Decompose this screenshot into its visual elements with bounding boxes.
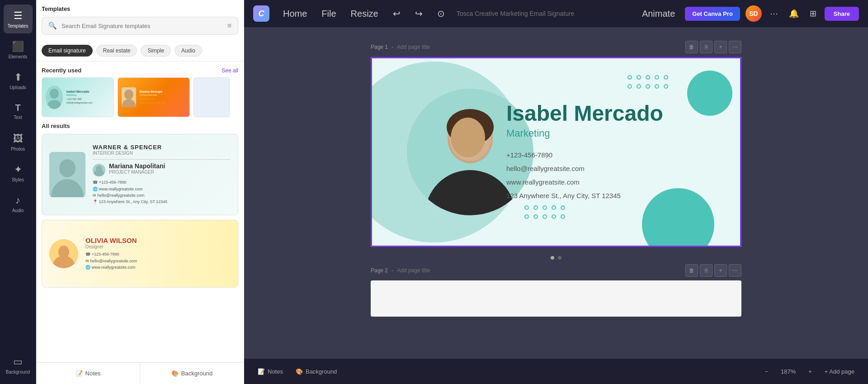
tpl2-name: OLIVIA WILSON bbox=[85, 237, 231, 244]
template-card-1[interactable]: WARNER & SPENCER INTERIOR DESIGN Mariana… bbox=[42, 134, 238, 215]
sig-text-content: Isabel Mercado Marketing +123-456-7890 h… bbox=[506, 102, 705, 203]
panel-btn-audio[interactable]: ♪ Audio bbox=[4, 189, 33, 218]
page2-title-input[interactable] bbox=[397, 267, 456, 274]
template-2-photo bbox=[49, 239, 78, 268]
panel-btn-uploads-label: Uploads bbox=[9, 85, 26, 90]
search-input[interactable] bbox=[61, 23, 223, 29]
share-options-button[interactable]: ⋯ bbox=[767, 6, 781, 21]
search-container: 🔍 ≡ bbox=[42, 17, 238, 35]
templates-icon: ☰ bbox=[14, 10, 23, 22]
resize-button[interactable]: Resize bbox=[346, 6, 383, 22]
email-signature-card: Isabel Mercado Marketing +123-456-7890 h… bbox=[371, 57, 741, 247]
background-button[interactable]: 🎨 Background bbox=[140, 363, 244, 384]
background-bottom-icon: 🎨 bbox=[296, 368, 303, 375]
get-pro-button[interactable]: Get Canva Pro bbox=[685, 7, 740, 21]
restore-button[interactable]: ⊙ bbox=[433, 5, 449, 22]
panel-btn-styles-label: Styles bbox=[12, 177, 24, 182]
panel-btn-templates[interactable]: ☰ Templates bbox=[4, 5, 33, 33]
main-area: C Home File Resize ↩ ↪ ⊙ Tosca Creative … bbox=[244, 0, 868, 384]
background-icon: ▭ bbox=[13, 356, 23, 368]
recent-card-3[interactable] bbox=[193, 77, 230, 117]
sidebar-bottom-bar: 📝 Notes 🎨 Background bbox=[36, 362, 244, 384]
zoom-in-button[interactable]: + bbox=[804, 365, 816, 378]
panel-btn-photos-label: Photos bbox=[11, 147, 25, 152]
canvas-page-2[interactable] bbox=[371, 280, 741, 317]
left-icon-panel: ☰ Templates ⬛ Elements ⬆ Uploads T Text … bbox=[0, 0, 36, 384]
panel-btn-templates-label: Templates bbox=[8, 24, 28, 28]
header-bar: C Home File Resize ↩ ↪ ⊙ Tosca Creative … bbox=[244, 0, 868, 27]
page1-delete-button[interactable]: 🗑 bbox=[685, 41, 698, 53]
sidebar-panel: Templates 🔍 ≡ Email signature Real estat… bbox=[36, 0, 244, 384]
svg-point-0 bbox=[50, 89, 59, 99]
svg-point-1 bbox=[46, 100, 62, 109]
bottom-right: − 187% + + Add page bbox=[760, 365, 859, 378]
page2-label: Page 2 bbox=[371, 267, 388, 274]
sig-name: Isabel Mercado bbox=[506, 102, 705, 126]
panel-btn-uploads[interactable]: ⬆ Uploads bbox=[4, 66, 33, 95]
filter-simple[interactable]: Simple bbox=[141, 45, 171, 57]
page2-add-button[interactable]: + bbox=[714, 264, 727, 277]
file-button[interactable]: File bbox=[317, 6, 340, 22]
recently-used-title: Recently used bbox=[42, 67, 81, 74]
notes-bottom-icon: 📝 bbox=[258, 368, 265, 375]
filter-email-signature[interactable]: Email signature bbox=[42, 45, 93, 57]
add-page-button[interactable]: + Add page bbox=[820, 365, 859, 378]
all-results-section: All results WARNER & SPENCER bbox=[36, 123, 244, 288]
filter-real-estate[interactable]: Real estate bbox=[96, 45, 137, 57]
sig-phone: +123-456-7890 bbox=[506, 148, 705, 161]
page1-more-button[interactable]: ⋯ bbox=[729, 41, 741, 53]
recent-card-2[interactable]: Donna Stroupe General Manager +123-456-7… bbox=[118, 77, 190, 117]
page2-more-button[interactable]: ⋯ bbox=[729, 264, 741, 277]
panel-btn-elements[interactable]: ⬛ Elements bbox=[4, 35, 33, 64]
page2-separator: - bbox=[392, 267, 393, 274]
notes-bottom-label: Notes bbox=[268, 368, 283, 375]
uploads-icon: ⬆ bbox=[14, 71, 22, 83]
notes-bottom-button[interactable]: 📝 Notes bbox=[253, 365, 288, 378]
share-button[interactable]: Share bbox=[825, 7, 859, 21]
sidebar-label: Templates bbox=[42, 5, 238, 12]
sig-contact: +123-456-7890 hello@reallygreatsite.com … bbox=[506, 148, 705, 202]
design-title: Tosca Creative Marketing Email Signature bbox=[457, 10, 575, 17]
undo-button[interactable]: ↩ bbox=[388, 5, 405, 22]
page1-title-input[interactable] bbox=[397, 44, 456, 50]
zoom-out-button[interactable]: − bbox=[760, 365, 773, 378]
panel-btn-photos[interactable]: 🖼 Photos bbox=[4, 128, 33, 156]
template-card-2[interactable]: OLIVIA WILSON Designer ☎ +123-456-7890 ✉… bbox=[42, 220, 238, 288]
panel-btn-audio-label: Audio bbox=[12, 208, 24, 213]
filter-audio[interactable]: Audio bbox=[175, 45, 202, 57]
page-indicators bbox=[371, 256, 741, 260]
panel-btn-background-label: Background bbox=[6, 370, 30, 375]
tpl1-role: INTERIOR DESIGN bbox=[93, 151, 231, 156]
home-button[interactable]: Home bbox=[278, 6, 311, 22]
page2-controls: 🗑 ⎘ + ⋯ bbox=[685, 264, 741, 277]
see-all-link[interactable]: See all bbox=[222, 67, 238, 74]
panel-btn-text[interactable]: T Text bbox=[4, 97, 33, 126]
page1-separator: - bbox=[392, 44, 393, 50]
background-bottom-button[interactable]: 🎨 Background bbox=[291, 365, 341, 378]
panel-btn-background[interactable]: ▭ Background bbox=[4, 351, 33, 379]
avatar: SD bbox=[745, 5, 762, 22]
recent-card-1[interactable]: Isabel Mercado Marketing +123-456-7890he… bbox=[42, 77, 114, 117]
styles-icon: ✦ bbox=[14, 164, 22, 175]
sig-role: Marketing bbox=[506, 127, 705, 139]
page2-copy-button[interactable]: ⎘ bbox=[700, 264, 712, 277]
search-icon: 🔍 bbox=[48, 22, 57, 30]
zoom-display: 187% bbox=[776, 366, 800, 377]
notifications-button[interactable]: 🔔 bbox=[786, 6, 802, 21]
panel-btn-styles[interactable]: ✦ Styles bbox=[4, 158, 33, 187]
canvas-page-1[interactable]: Isabel Mercado Marketing +123-456-7890 h… bbox=[371, 57, 741, 247]
page1-add-button[interactable]: + bbox=[714, 41, 727, 53]
notes-button[interactable]: 📝 Notes bbox=[36, 363, 140, 384]
template-1-details: WARNER & SPENCER INTERIOR DESIGN Mariana… bbox=[93, 144, 231, 205]
logo-area: C bbox=[253, 5, 269, 22]
sig-address: 123 Anywhere St., Any City, ST 12345 bbox=[506, 189, 705, 202]
apps-button[interactable]: ⊞ bbox=[807, 6, 819, 21]
filter-icon[interactable]: ≡ bbox=[227, 22, 231, 30]
page1-copy-button[interactable]: ⎘ bbox=[700, 41, 712, 53]
canvas-container[interactable]: Page 1 - 🗑 ⎘ + ⋯ bbox=[244, 27, 868, 359]
animate-button[interactable]: Animate bbox=[637, 6, 679, 22]
template-1-photo bbox=[49, 152, 85, 197]
redo-button[interactable]: ↪ bbox=[410, 5, 427, 22]
tpl2-role: Designer bbox=[85, 244, 231, 249]
page2-delete-button[interactable]: 🗑 bbox=[685, 264, 698, 277]
